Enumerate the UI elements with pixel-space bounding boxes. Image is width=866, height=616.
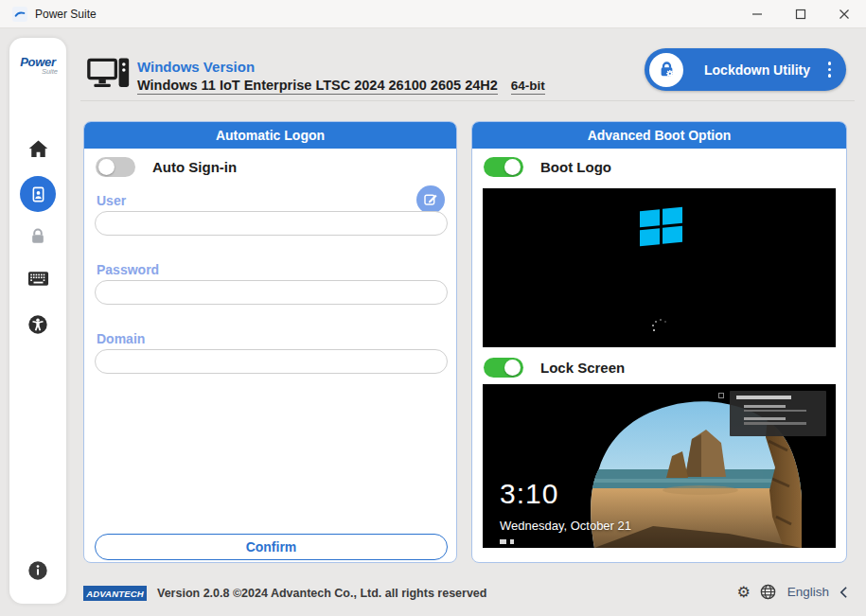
advanced-boot-panel: Advanced Boot Option Boot Logo Lock Scre…	[471, 121, 847, 563]
windows-version-value: Windows 11 IoT Enterprise LTSC 2024 2610…	[137, 78, 498, 95]
lock-screen-status-icons	[500, 539, 514, 544]
powersuite-logo: Power Suite	[9, 55, 66, 76]
lockdown-menu-icon[interactable]	[828, 62, 831, 77]
windows-logo-icon	[640, 207, 682, 247]
lockdown-utility-button[interactable]: Lockdown Utility	[645, 48, 846, 91]
keyboard-icon	[27, 271, 49, 287]
edit-pencil-icon	[423, 192, 438, 207]
language-selector[interactable]: English	[787, 585, 829, 599]
sidebar-item-home[interactable]	[9, 139, 66, 159]
sidebar-item-lock[interactable]	[9, 227, 66, 246]
lockdown-icon-circle	[649, 53, 683, 87]
window-title: Power Suite	[35, 8, 97, 21]
password-field-label: Password	[97, 262, 159, 277]
minimize-button[interactable]	[735, 0, 779, 27]
edit-user-button[interactable]	[416, 185, 445, 214]
home-icon	[27, 139, 49, 159]
advantech-logo: ADVANTECH	[83, 586, 147, 601]
windows-version-label: Windows Version	[137, 59, 545, 75]
sidebar-item-accessibility[interactable]	[9, 314, 66, 335]
chevron-left-icon[interactable]	[839, 586, 849, 599]
lock-screen-toggle[interactable]	[484, 358, 523, 378]
user-input[interactable]	[95, 211, 448, 236]
automatic-logon-title: Automatic Logon	[84, 122, 456, 149]
domain-input[interactable]	[95, 349, 448, 374]
settings-gear-icon[interactable]: ⚙	[736, 583, 750, 601]
lock-icon	[28, 227, 47, 246]
confirm-button[interactable]: Confirm	[95, 534, 448, 560]
lockdown-button-label: Lockdown Utility	[704, 62, 810, 78]
user-field-label: User	[97, 193, 126, 208]
auto-signin-label: Auto Sign-in	[152, 159, 237, 175]
advanced-boot-title: Advanced Boot Option	[472, 122, 846, 149]
maximize-button[interactable]	[779, 0, 822, 27]
selected-item-highlight	[20, 176, 56, 212]
automatic-logon-panel: Automatic Logon Auto Sign-in User Passwo…	[83, 121, 457, 563]
app-window: Power Suite Power Suite	[0, 0, 866, 616]
titlebar: Power Suite	[0, 0, 866, 28]
sidebar: Power Suite	[9, 38, 66, 604]
auto-signin-toggle[interactable]	[96, 157, 135, 177]
lock-screen-notification	[730, 391, 826, 436]
boot-logo-preview	[483, 188, 836, 347]
lock-screen-preview: 3:10 Wednesday, October 21	[483, 384, 836, 548]
close-button[interactable]	[822, 0, 866, 27]
password-input[interactable]	[95, 280, 448, 305]
lock-screen-label: Lock Screen	[540, 360, 625, 376]
language-globe-icon[interactable]	[760, 584, 776, 600]
lock-gear-icon	[657, 60, 677, 79]
lock-screen-time: 3:10	[500, 478, 558, 510]
architecture-value: 64-bit	[511, 79, 545, 95]
sidebar-item-keyboard[interactable]	[9, 271, 66, 287]
computer-icon	[87, 55, 131, 98]
user-account-icon	[29, 185, 47, 203]
accessibility-icon	[27, 314, 48, 335]
version-text: Version 2.0.8 ©2024 Advantech Co., Ltd. …	[157, 587, 486, 600]
sidebar-item-account[interactable]	[9, 176, 66, 212]
app-logo-icon	[12, 7, 27, 22]
lock-screen-date: Wednesday, October 21	[500, 519, 631, 533]
sidebar-info-button[interactable]	[9, 560, 66, 581]
notification-app-icon	[718, 393, 724, 398]
boot-logo-toggle[interactable]	[484, 157, 523, 177]
boot-logo-label: Boot Logo	[540, 159, 611, 175]
header-divider	[80, 100, 855, 101]
domain-field-label: Domain	[97, 331, 145, 346]
info-icon	[27, 560, 48, 581]
boot-spinner-icon	[651, 317, 670, 336]
